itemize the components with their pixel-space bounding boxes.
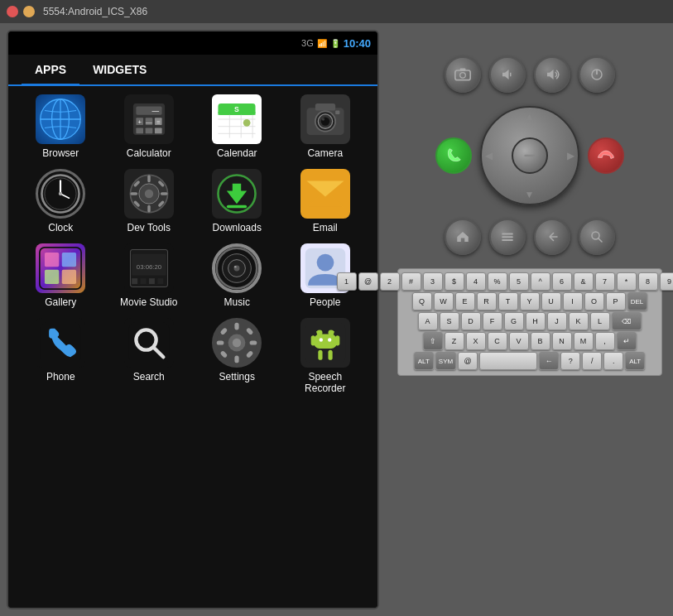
app-devtools[interactable]: Dev Tools — [116, 169, 182, 233]
kb-key-star[interactable]: * — [617, 272, 637, 291]
dpad-right-button[interactable]: ▶ — [567, 150, 574, 161]
power-button[interactable] — [579, 56, 615, 93]
svg-rect-117 — [502, 239, 513, 241]
dpad-left-button[interactable]: ◀ — [485, 150, 493, 161]
kb-key-dollar[interactable]: $ — [445, 272, 464, 291]
kb-key-y[interactable]: Y — [520, 292, 540, 310]
app-calculator[interactable]: — + — = Calculator — [116, 94, 182, 159]
tab-widgets[interactable]: WIDGETS — [79, 55, 160, 84]
kb-key-e[interactable]: E — [455, 292, 475, 310]
kb-key-j[interactable]: J — [547, 312, 567, 330]
kb-key-h[interactable]: H — [526, 312, 546, 330]
kb-key-l[interactable]: L — [590, 312, 610, 330]
back-button[interactable] — [534, 219, 570, 255]
close-button[interactable] — [7, 6, 18, 17]
kb-key-p[interactable]: P — [606, 292, 626, 310]
kb-key-slash[interactable]: / — [582, 352, 602, 370]
kb-key-6[interactable]: 6 — [552, 272, 572, 291]
svg-point-76 — [234, 266, 237, 268]
kb-key-hash[interactable]: # — [401, 272, 421, 291]
app-gallery[interactable]: Gallery — [27, 243, 94, 308]
kb-key-at[interactable]: @ — [358, 272, 378, 291]
app-search[interactable]: Search — [116, 318, 182, 394]
search-nav-button[interactable] — [579, 219, 615, 255]
kb-key-period[interactable]: . — [603, 352, 623, 370]
kb-key-comma[interactable]: , — [595, 332, 615, 350]
home-button[interactable] — [445, 219, 481, 255]
kb-key-amp[interactable]: & — [574, 272, 594, 291]
app-camera[interactable]: Camera — [292, 94, 358, 159]
app-browser[interactable]: Browser — [27, 94, 94, 159]
app-music[interactable]: Music — [204, 243, 270, 308]
app-phone[interactable]: Phone — [27, 318, 94, 394]
kb-key-f[interactable]: F — [483, 312, 502, 330]
kb-key-1[interactable]: 1 — [337, 272, 357, 291]
kb-key-enter[interactable]: ↵ — [617, 332, 637, 350]
kb-key-a[interactable]: A — [418, 312, 438, 330]
kb-key-7[interactable]: 7 — [595, 272, 615, 291]
kb-key-8[interactable]: 8 — [638, 272, 658, 291]
minimize-button[interactable] — [23, 6, 35, 17]
svg-rect-106 — [454, 70, 469, 80]
app-moviestudio[interactable]: 03:06:20 Movie Studio — [116, 243, 182, 308]
kb-key-o[interactable]: O — [584, 292, 604, 310]
kb-key-n[interactable]: N — [552, 332, 572, 350]
kb-key-m[interactable]: M — [574, 332, 594, 350]
app-speech[interactable]: SpeechRecorder — [292, 318, 358, 394]
kb-key-alt-right[interactable]: ALT — [625, 352, 645, 370]
kb-key-i[interactable]: I — [563, 292, 583, 310]
kb-key-b[interactable]: B — [531, 332, 550, 350]
dpad-up-button[interactable]: ▲ — [525, 111, 535, 123]
kb-key-2[interactable]: 2 — [380, 272, 400, 291]
app-clock[interactable]: Clock — [27, 169, 94, 233]
svg-rect-114 — [524, 155, 535, 157]
svg-rect-12 — [145, 128, 152, 133]
kb-key-d[interactable]: D — [461, 312, 481, 330]
app-downloads[interactable]: Downloads — [204, 169, 270, 233]
tab-apps[interactable]: APPS — [22, 55, 79, 84]
kb-key-space[interactable] — [479, 352, 537, 370]
call-button[interactable] — [435, 137, 472, 174]
kb-key-del[interactable]: DEL — [627, 292, 647, 310]
end-call-button[interactable] — [588, 137, 624, 174]
app-settings[interactable]: Settings — [204, 318, 270, 394]
kb-key-c[interactable]: C — [488, 332, 507, 350]
dpad-center-button[interactable] — [512, 137, 548, 174]
kb-key-sym[interactable]: SYM — [435, 352, 456, 370]
kb-key-r[interactable]: R — [477, 292, 497, 310]
app-calendar[interactable]: S Calendar — [204, 94, 270, 159]
volume-down-button[interactable] — [489, 56, 526, 93]
kb-key-shift[interactable]: ⇧ — [423, 332, 443, 350]
kb-key-z[interactable]: Z — [445, 332, 464, 350]
svg-point-39 — [59, 192, 62, 195]
kb-key-u[interactable]: U — [541, 292, 561, 310]
volume-up-button[interactable] — [534, 56, 570, 93]
kb-key-3[interactable]: 3 — [423, 272, 443, 291]
kb-key-x[interactable]: X — [466, 332, 486, 350]
kb-key-w[interactable]: W — [434, 292, 454, 310]
svg-rect-34 — [335, 111, 339, 114]
kb-key-alt-left[interactable]: ALT — [414, 352, 434, 370]
kb-key-at2[interactable]: @ — [458, 352, 478, 370]
kb-key-k[interactable]: K — [569, 312, 589, 330]
kb-key-4[interactable]: 4 — [466, 272, 486, 291]
kb-key-9[interactable]: 9 — [660, 272, 674, 291]
kb-key-t[interactable]: T — [498, 292, 518, 310]
kb-key-caret[interactable]: ^ — [531, 272, 550, 291]
kb-key-g[interactable]: G — [504, 312, 524, 330]
kb-key-s[interactable]: S — [440, 312, 459, 330]
kb-key-5[interactable]: 5 — [509, 272, 529, 291]
dpad-down-button[interactable]: ▼ — [525, 189, 535, 200]
kb-key-arrow-left[interactable]: ← — [539, 352, 559, 370]
kb-key-backspace[interactable]: ⌫ — [612, 312, 642, 330]
kb-key-percent[interactable]: % — [488, 272, 507, 291]
svg-rect-115 — [502, 233, 513, 235]
menu-button[interactable] — [489, 219, 526, 255]
camera-control-button[interactable] — [445, 56, 481, 93]
dpad: ▲ ▼ ◀ ▶ — [480, 106, 579, 205]
svg-rect-46 — [161, 192, 168, 195]
kb-key-v[interactable]: V — [509, 332, 529, 350]
app-email[interactable]: Email — [292, 169, 358, 233]
kb-key-q[interactable]: Q — [412, 292, 432, 310]
kb-key-question[interactable]: ? — [560, 352, 580, 370]
